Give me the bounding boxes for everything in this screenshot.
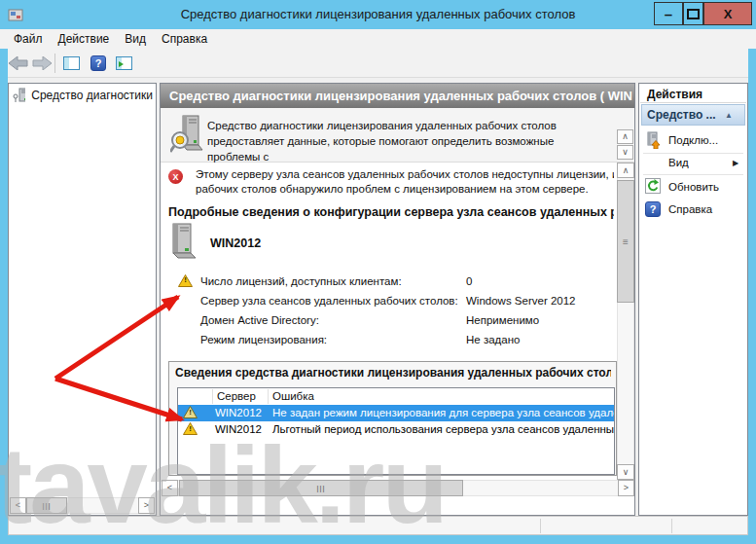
chevron-up-icon: ∧	[622, 132, 629, 141]
table-header: Сервер Ошибка	[178, 388, 614, 406]
menu-item-view[interactable]: Вид	[117, 32, 154, 46]
help-icon: ?	[90, 55, 106, 71]
detail-label: Домен Active Directory:	[200, 314, 319, 326]
scroll-right-icon: >	[144, 501, 149, 510]
back-button[interactable]	[8, 53, 29, 74]
action-item-connect[interactable]: Подклю...	[639, 131, 747, 153]
console-tree-toggle-button[interactable]	[60, 53, 82, 74]
console-tree-panel: Средство диагностики < ||| >	[8, 83, 157, 516]
detail-label: Сервер узла сеансов удаленных рабочих ст…	[200, 295, 458, 307]
row-warning-icon: !	[183, 422, 198, 435]
server-tower-icon	[170, 223, 198, 260]
actions-group-header[interactable]: Средство ... ▲	[641, 104, 745, 126]
tree-hscroll-thumb[interactable]: |||	[26, 497, 67, 514]
menu-item-help[interactable]: Справка	[154, 32, 215, 46]
action-item-help[interactable]: ? Справка	[639, 200, 747, 222]
submenu-arrow-icon: ▶	[733, 159, 738, 167]
window-title: Средство диагностики лицензирования удал…	[0, 7, 756, 21]
refresh-icon	[645, 178, 661, 194]
detail-value: Неприменимо	[466, 314, 539, 326]
action-item-view[interactable]: Вид ▶	[639, 154, 747, 175]
forward-button[interactable]	[31, 53, 53, 74]
diagnoser-large-icon	[170, 114, 203, 157]
error-icon: X	[168, 169, 183, 184]
close-icon: X	[724, 7, 733, 21]
minimize-icon: –	[665, 6, 672, 22]
content-vscroll-thumb[interactable]: ≡	[617, 180, 634, 303]
column-divider[interactable]	[268, 389, 269, 404]
description-line1: Средство диагностики лицензирования удал…	[207, 118, 596, 133]
content-scroll-left-button[interactable]: <	[162, 480, 178, 496]
config-details-heading: Подробные сведения о конфигурации сервер…	[168, 205, 614, 219]
menu-item-file[interactable]: Файл	[6, 32, 51, 46]
status-bar	[8, 516, 748, 535]
row-error: Льготный период использования сервера уз…	[272, 423, 615, 435]
warning-icon: !	[178, 273, 193, 286]
maximize-icon	[687, 9, 700, 19]
detail-label: Число лицензий, доступных клиентам:	[200, 275, 402, 287]
action-label: Справка	[668, 203, 712, 215]
description-line2: предоставляет данные, которые помогают о…	[207, 133, 596, 164]
row-server: WIN2012	[215, 423, 262, 435]
error-message: Этому серверу узла сеансов удаленных раб…	[196, 167, 614, 197]
help-toolbar-button[interactable]: ?	[88, 53, 109, 74]
divider	[643, 174, 743, 175]
menu-item-action[interactable]: Действие	[51, 32, 118, 46]
status-divider	[671, 519, 672, 533]
action-label: Вид	[668, 157, 689, 168]
window-border-left	[0, 49, 8, 544]
action-label: Обновить	[668, 181, 719, 193]
column-header-error[interactable]: Ошибка	[272, 390, 314, 402]
help-icon: ?	[645, 201, 661, 217]
description-scroll-up-button[interactable]: ∧	[617, 129, 633, 144]
window: Средство диагностики лицензирования удал…	[0, 0, 756, 544]
actions-title: Действия	[647, 88, 702, 101]
divider	[640, 102, 746, 103]
issues-table: Сервер Ошибка ! WIN2012 Не задан режим л…	[177, 387, 615, 475]
connect-server-icon	[645, 131, 662, 149]
groupbox-title: Сведения средства диагностики лицензиров…	[175, 366, 611, 380]
error-line1: Этому серверу узла сеансов удаленных раб…	[196, 167, 614, 182]
diagnoser-node-icon	[13, 88, 25, 103]
diag-info-groupbox: Сведения средства диагностики лицензиров…	[168, 361, 617, 476]
detail-value: Не задано	[466, 334, 520, 345]
detail-value: Windows Server 2012	[466, 295, 576, 307]
chevron-up-icon: ∧	[623, 166, 630, 175]
action-item-refresh[interactable]: Обновить	[639, 178, 747, 199]
content-scroll-right-button[interactable]: >	[618, 480, 634, 496]
action-pane-toggle-button[interactable]	[113, 53, 134, 74]
detail-label: Режим лицензирования:	[200, 334, 327, 345]
row-server: WIN2012	[215, 407, 262, 418]
maximize-button[interactable]	[683, 2, 703, 25]
actions-pane: Действия Средство ... ▲ Подклю... Вид ▶	[638, 83, 748, 516]
scroll-right-icon: >	[624, 484, 629, 492]
content-scroll-up-button[interactable]: ∧	[617, 163, 634, 178]
row-error: Не задан режим лицензирования для сервер…	[272, 407, 615, 418]
chevron-down-icon: ∨	[623, 468, 630, 477]
content-hscroll-thumb[interactable]: |||	[179, 480, 463, 496]
tree-scroll-right-button[interactable]: >	[138, 497, 155, 514]
tree-scroll-left-button[interactable]: <	[10, 497, 26, 514]
column-divider[interactable]	[212, 389, 213, 404]
content-scroll-down-button[interactable]: ∨	[617, 464, 634, 480]
error-line2: рабочих столов обнаружило проблем с лице…	[196, 182, 614, 197]
tree-item-label: Средство диагностики	[31, 89, 153, 102]
tree-item-diagnoser[interactable]: Средство диагностики	[11, 86, 153, 105]
table-row[interactable]: ! WIN2012 Льготный период использования …	[178, 421, 614, 438]
description-scroll-down-button[interactable]: ∨	[617, 145, 633, 160]
forward-icon	[32, 56, 52, 70]
content-header: Средство диагностики лицензирования удал…	[161, 84, 634, 108]
table-row[interactable]: ! WIN2012 Не задан режим лицензирования …	[178, 405, 614, 421]
grip-icon: |||	[317, 485, 326, 491]
scroll-left-icon: <	[16, 501, 20, 510]
collapse-icon: ▲	[725, 111, 733, 120]
description-text: Средство диагностики лицензирования удал…	[207, 118, 596, 164]
action-pane-icon	[116, 56, 132, 70]
minimize-button[interactable]: –	[654, 2, 683, 25]
description-box: Средство диагностики лицензирования удал…	[161, 108, 634, 163]
status-divider	[540, 519, 541, 533]
column-header-server[interactable]: Сервер	[217, 390, 256, 402]
close-button[interactable]: X	[703, 2, 752, 25]
grip-icon: |||	[43, 502, 52, 509]
scroll-left-icon: <	[167, 484, 172, 492]
